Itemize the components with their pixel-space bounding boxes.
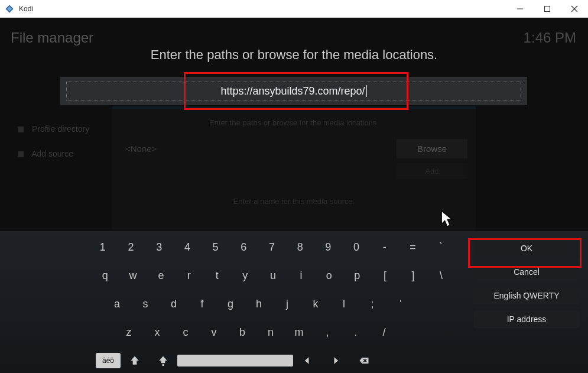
url-input-value: https://ansybuilds79.com/repo/ [220,85,365,98]
key-k[interactable]: k [301,294,330,314]
key-8[interactable]: 8 [286,237,314,257]
key-l[interactable]: l [330,294,358,314]
key-shift[interactable] [121,351,149,371]
key-,[interactable]: , [313,322,342,342]
key-r[interactable]: r [175,265,203,286]
key-v[interactable]: v [200,322,228,342]
key-\[interactable]: \ [427,265,455,286]
key-n[interactable]: n [256,322,285,342]
kodi-icon [5,4,14,14]
key-a[interactable]: a [103,294,131,314]
kb-row-1: 1234567890-=` [89,237,455,257]
key-/[interactable]: / [370,322,398,342]
key-3[interactable]: 3 [145,237,173,257]
window-titlebar: Kodi [0,0,588,18]
kb-row-3: asdfghjkl;' [103,294,455,314]
app-area: File manager 1:46 PM Profile directory A… [0,18,588,373]
key-c[interactable]: c [171,322,200,342]
sidebar-item-label: Add source [31,149,73,158]
key-9[interactable]: 9 [314,237,343,257]
dialog-prompt: Enter the paths or browse for the media … [0,47,588,63]
close-button[interactable] [561,0,588,18]
key-0[interactable]: 0 [342,237,371,257]
key-e[interactable]: e [147,265,175,286]
key-][interactable]: ] [399,265,427,286]
key-g[interactable]: g [216,294,245,314]
window-title: Kodi [19,5,506,13]
key-x[interactable]: x [143,322,171,342]
sidebar-item-add-source[interactable]: Add source [18,149,73,158]
key-arrow-left[interactable] [293,351,321,371]
bg-path-field: <None> [121,139,397,158]
bg-add-button: Add [397,163,467,179]
key-caps[interactable] [149,351,177,371]
sidebar-item-label: Profile directory [32,124,89,134]
key-6[interactable]: 6 [229,237,258,257]
folder-icon [18,127,24,132]
key-4[interactable]: 4 [173,237,202,257]
key-i[interactable]: i [287,265,315,286]
key-5[interactable]: 5 [202,237,230,257]
key-.[interactable]: . [342,322,370,342]
bg-prompt: Enter the paths or browse for the media … [112,118,476,127]
svg-point-4 [162,364,164,366]
key-d[interactable]: d [160,294,188,314]
key-7[interactable]: 7 [258,237,286,257]
key-space[interactable] [177,355,293,366]
key-h[interactable]: h [245,294,273,314]
key-;[interactable]: ; [358,294,386,314]
page-title: File manager [11,30,93,46]
cancel-button[interactable]: Cancel [473,263,580,281]
key-arrow-right[interactable] [321,351,350,371]
key-symbols[interactable]: âéö [96,353,121,368]
layout-button[interactable]: English QWERTY [473,287,580,304]
key-q[interactable]: q [91,265,119,286]
svg-rect-1 [545,6,550,11]
key-j[interactable]: j [273,294,301,314]
url-input[interactable]: https://ansybuilds79.com/repo/ [66,82,521,100]
clock: 1:46 PM [524,30,576,46]
key-z[interactable]: z [115,322,143,342]
plus-icon [18,151,24,157]
key-'[interactable]: ' [386,294,415,314]
ip-address-button[interactable]: IP address [473,310,580,328]
key-w[interactable]: w [119,265,147,286]
bg-name-prompt: Enter a name for this media source. [112,197,476,206]
key-m[interactable]: m [285,322,313,342]
key-b[interactable]: b [228,322,256,342]
key-s[interactable]: s [131,294,160,314]
key-1[interactable]: 1 [89,237,117,257]
key-y[interactable]: y [231,265,259,286]
kb-row-5: âéö [96,351,455,371]
sidebar-item-profile-directory[interactable]: Profile directory [18,124,89,134]
key-o[interactable]: o [315,265,343,286]
key-backspace[interactable] [350,351,378,371]
bg-browse-button: Browse [397,139,467,158]
add-source-dialog-dimmed: Enter the paths or browse for the media … [112,106,476,231]
key-u[interactable]: u [259,265,287,286]
maximize-button[interactable] [534,0,561,18]
key--[interactable]: - [371,237,399,257]
kb-row-2: qwertyuiop[]\ [91,265,455,286]
mouse-cursor-icon [440,210,456,230]
key-t[interactable]: t [203,265,231,286]
key-p[interactable]: p [343,265,371,286]
key-[[interactable]: [ [371,265,399,286]
key-=[interactable]: = [399,237,427,257]
onscreen-keyboard: 1234567890-=` qwertyuiop[]\ asdfghjkl;' … [0,231,588,373]
key-2[interactable]: 2 [117,237,145,257]
minimize-button[interactable] [506,0,534,18]
key-`[interactable]: ` [427,237,455,257]
ok-button[interactable]: OK [473,239,580,257]
key-f[interactable]: f [188,294,216,314]
kb-row-4: zxcvbnm,./ [115,322,455,342]
url-input-container: https://ansybuilds79.com/repo/ [60,77,527,105]
